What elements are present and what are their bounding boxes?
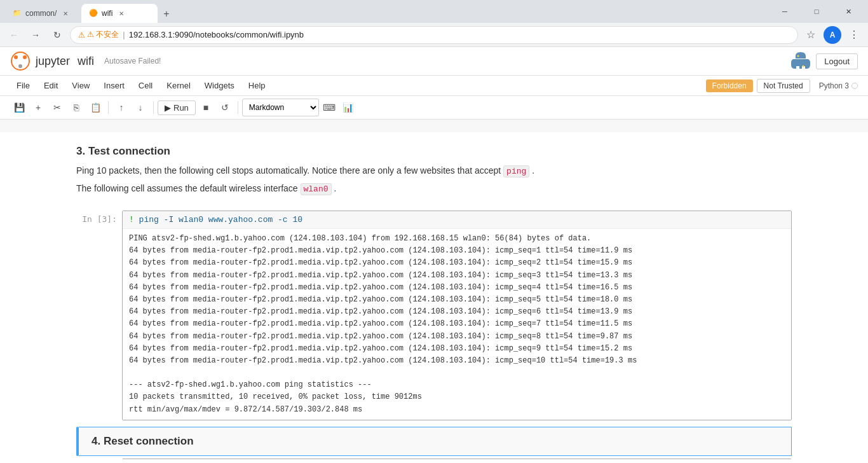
kernel-status-circle (851, 83, 858, 89)
section3-inline1: ping (503, 165, 529, 177)
tab-common[interactable]: 📁 common/ ✕ (5, 4, 81, 23)
section4-wrapper: 4. Reset connection (76, 427, 792, 456)
back-button[interactable]: ← (5, 26, 23, 44)
cell3-output: PING atsv2-fp-shed.wg1.b.yahoo.com (124.… (123, 228, 791, 420)
bookmark-button[interactable]: ☆ (802, 26, 820, 44)
svg-point-2 (23, 55, 27, 59)
tab-favicon-common: 📁 (13, 9, 22, 18)
url-bar[interactable]: ⚠ ⚠ 不安全 | 192.168.3.1:9090/notebooks/com… (70, 26, 798, 44)
close-button[interactable]: ✕ (834, 1, 863, 22)
cell4-container[interactable]: port.reset() (122, 459, 792, 459)
menu-widgets[interactable]: Widgets (198, 78, 241, 93)
section3-para2: The following cell assumes the default w… (76, 182, 792, 196)
menu-right: Forbidden Not Trusted Python 3 (706, 79, 858, 93)
keyboard-shortcuts-button[interactable]: ⌨ (320, 99, 338, 116)
svg-point-3 (18, 64, 22, 68)
tab-favicon-wifi: 🟠 (89, 9, 98, 18)
svg-point-5 (803, 66, 804, 67)
toolbar-separator-1 (108, 101, 109, 114)
jupyter-title: jupyter (36, 55, 70, 68)
section3-para2-start: The following cell assumes the default w… (76, 183, 298, 193)
not-trusted-button[interactable]: Not Trusted (757, 79, 810, 93)
notebook-content[interactable]: 3. Test connection Ping 10 packets, then… (0, 120, 868, 459)
menu-file[interactable]: File (10, 78, 36, 93)
cell-type-select[interactable]: Markdown Code Raw NBConvert Heading (242, 99, 319, 116)
section4-heading: 4. Reset connection (92, 435, 778, 448)
paste-cell-button[interactable]: 📋 (86, 99, 104, 116)
logout-button[interactable]: Logout (816, 53, 858, 69)
move-cell-up-button[interactable]: ↑ (112, 99, 130, 116)
jupyter-toolbar: 💾 + ✂ ⎘ 📋 ↑ ↓ ▶ Run ■ ↺ Markdown Code Ra… (0, 96, 868, 120)
save-button[interactable]: 💾 (10, 99, 28, 116)
section4-markdown[interactable]: 4. Reset connection (79, 427, 792, 456)
tabs-area: 📁 common/ ✕ 🟠 wifi ✕ + (5, 0, 768, 23)
new-tab-button[interactable]: + (158, 5, 175, 23)
settings-button[interactable]: ⋮ (845, 26, 863, 44)
svg-point-4 (797, 55, 799, 57)
python-logo-icon (790, 51, 811, 71)
jupyter-right: Logout (790, 51, 858, 71)
move-cell-down-button[interactable]: ↓ (132, 99, 149, 116)
kernel-name: Python 3 (819, 81, 849, 90)
url-separator: | (123, 30, 125, 39)
jupyter-logo-icon (10, 51, 31, 71)
run-label: Run (173, 103, 189, 113)
copy-cell-button[interactable]: ⎘ (67, 99, 85, 116)
cell3-input[interactable]: ! ping -I wlan0 www.yahoo.com -c 10 (123, 211, 791, 228)
warning-triangle-icon: ⚠ (78, 31, 85, 39)
maximize-button[interactable]: □ (802, 1, 831, 22)
autosave-status: Autosave Failed! (104, 57, 161, 66)
refresh-button[interactable]: ↻ (48, 26, 66, 44)
tab-wifi[interactable]: 🟠 wifi ✕ (81, 4, 158, 23)
browser-titlebar: 📁 common/ ✕ 🟠 wifi ✕ + ─ □ ✕ (0, 0, 868, 23)
url-text: 192.168.3.1:9090/notebooks/common/wifi.i… (129, 30, 304, 39)
svg-point-1 (14, 55, 18, 59)
address-bar: ← → ↻ ⚠ ⚠ 不安全 | 192.168.3.1:9090/noteboo… (0, 23, 868, 47)
cell-toolbar-button[interactable]: 📊 (339, 99, 357, 116)
jupyter-header: jupyter wifi Autosave Failed! Logout (0, 47, 868, 76)
restart-kernel-button[interactable]: ↺ (216, 99, 234, 116)
cell3-exclamation: ! (129, 215, 134, 225)
section3-inline2: wlan0 (301, 183, 332, 195)
section3-para1: Ping 10 packets, then the following cell… (76, 164, 792, 178)
menu-help[interactable]: Help (242, 78, 272, 93)
profile-button[interactable]: A (824, 26, 841, 44)
warning-text: ⚠ 不安全 (87, 29, 119, 40)
tab-close-wifi[interactable]: ✕ (116, 8, 126, 18)
section3-markdown: 3. Test connection Ping 10 packets, then… (38, 132, 830, 205)
toolbar-separator-2 (153, 101, 154, 114)
cut-cell-button[interactable]: ✂ (48, 99, 66, 116)
toolbar-separator-3 (238, 101, 238, 114)
cell3-wrapper: In [3]: ! ping -I wlan0 www.yahoo.com -c… (76, 211, 792, 420)
jupyter-menu: File Edit View Insert Cell Kernel Widget… (0, 76, 868, 96)
run-icon: ▶ (165, 103, 171, 113)
cell4-label: In [4]: (76, 459, 122, 459)
cell3-container[interactable]: ! ping -I wlan0 www.yahoo.com -c 10 PING… (122, 211, 792, 420)
forbidden-button[interactable]: Forbidden (706, 79, 753, 92)
tab-label-common: common/ (25, 9, 57, 18)
menu-kernel[interactable]: Kernel (160, 78, 197, 93)
section3-para2-end: . (334, 183, 336, 193)
forward-button[interactable]: → (27, 26, 44, 44)
cell3-label: In [3]: (76, 211, 122, 420)
section3-heading: 3. Test connection (76, 145, 792, 158)
minimize-button[interactable]: ─ (770, 1, 799, 22)
interrupt-kernel-button[interactable]: ■ (197, 99, 215, 116)
run-button[interactable]: ▶ Run (158, 100, 196, 115)
menu-view[interactable]: View (65, 78, 96, 93)
cell4-wrapper: In [4]: port.reset() (76, 459, 792, 459)
jupyter-logo: jupyter (10, 51, 70, 71)
cell3-input-text: ping -I wlan0 www.yahoo.com -c 10 (134, 215, 302, 225)
tab-close-common[interactable]: ✕ (60, 8, 71, 18)
menu-edit[interactable]: Edit (37, 78, 64, 93)
menu-insert[interactable]: Insert (97, 78, 131, 93)
kernel-info: Python 3 (819, 81, 858, 90)
security-warning: ⚠ ⚠ 不安全 (78, 29, 119, 40)
section3-para1-end: . (532, 165, 534, 176)
menu-cell[interactable]: Cell (132, 78, 159, 93)
notebook-name[interactable]: wifi (78, 55, 94, 68)
section3-para1-text: Ping 10 packets, then the following cell… (76, 165, 501, 176)
tab-label-wifi: wifi (102, 9, 112, 18)
insert-cell-below-button[interactable]: + (29, 99, 47, 116)
window-controls: ─ □ ✕ (770, 1, 863, 22)
